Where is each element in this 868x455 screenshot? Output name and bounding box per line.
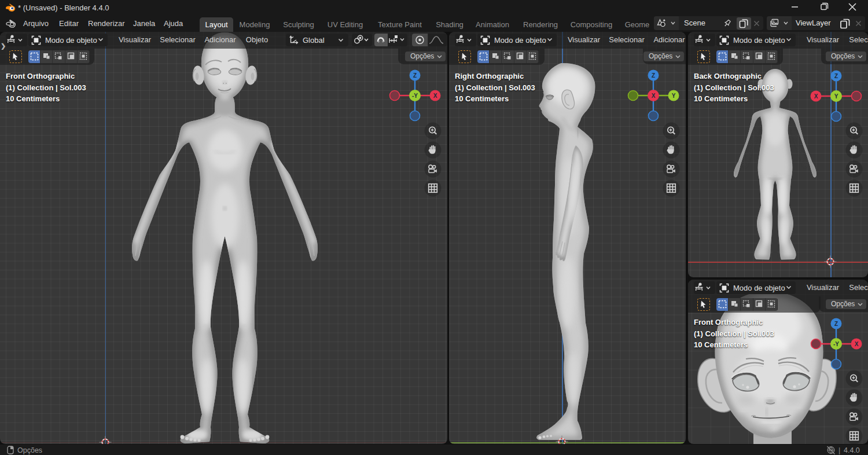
svg-text:X: X	[433, 93, 437, 99]
svg-text:Y: Y	[834, 93, 838, 99]
svg-text:X: X	[652, 93, 656, 99]
svg-text:Z: Z	[652, 72, 655, 79]
svg-text:-Y: -Y	[833, 340, 839, 347]
svg-text:Z: Z	[834, 72, 837, 79]
svg-text:Z: Z	[834, 320, 838, 326]
svg-text:Z: Z	[413, 72, 417, 79]
svg-text:X: X	[814, 93, 818, 99]
svg-text:X: X	[855, 340, 859, 347]
svg-text:Y: Y	[672, 93, 676, 99]
svg-text:-Y: -Y	[412, 93, 418, 99]
